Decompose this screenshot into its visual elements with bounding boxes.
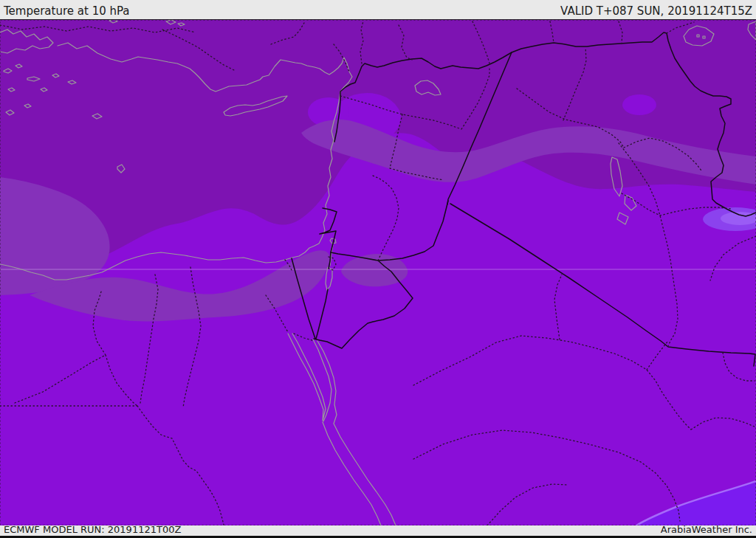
footer-bar: ECMWF MODEL RUN: 20191121T00Z ArabiaWeat… [0, 525, 756, 538]
temperature-map-svg [0, 20, 756, 525]
warm-blob-n-iraq [622, 94, 656, 115]
map-title: Temperature at 10 hPa [4, 4, 130, 18]
weather-map-product: Temperature at 10 hPa VALID T+087 SUN, 2… [0, 0, 756, 538]
model-run-label: ECMWF MODEL RUN: 20191121T00Z [4, 524, 181, 535]
map-canvas [0, 20, 756, 525]
credit-label: ArabiaWeather Inc. [661, 524, 752, 535]
valid-time-label: VALID T+087 SUN, 20191124T15Z [560, 4, 752, 18]
header-bar: Temperature at 10 hPa VALID T+087 SUN, 2… [0, 0, 756, 20]
